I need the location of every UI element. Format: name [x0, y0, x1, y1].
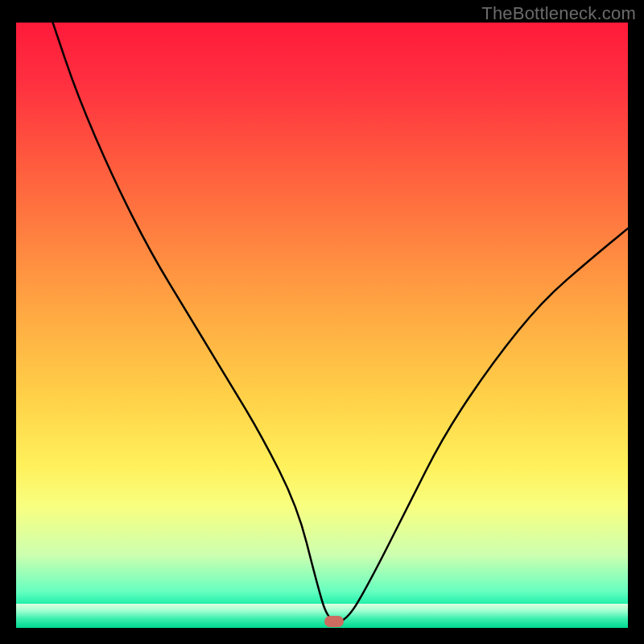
plot-area	[16, 23, 628, 628]
watermark-text: TheBottleneck.com	[481, 3, 636, 24]
chart-frame: TheBottleneck.com	[0, 0, 644, 644]
curve-svg	[16, 23, 628, 628]
bottleneck-curve-path	[53, 23, 628, 622]
optimal-marker	[324, 616, 344, 627]
